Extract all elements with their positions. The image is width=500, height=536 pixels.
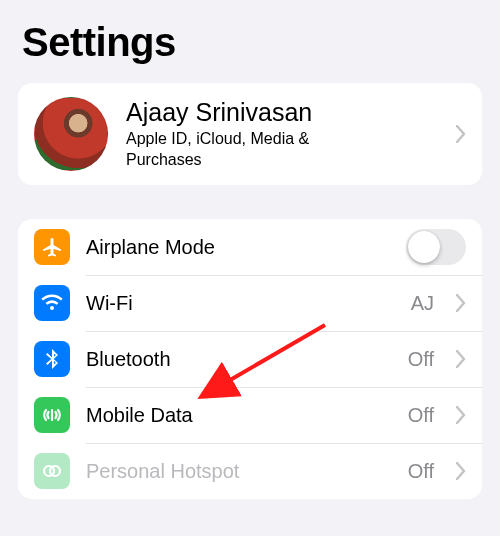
mobile-data-value: Off [408, 404, 434, 427]
bluetooth-icon [34, 341, 70, 377]
mobile-data-label: Mobile Data [86, 404, 392, 427]
chevron-right-icon [456, 406, 466, 424]
mobile-data-row[interactable]: Mobile Data Off [18, 387, 482, 443]
wifi-icon [34, 285, 70, 321]
profile-name: Ajaay Srinivasan [126, 97, 438, 127]
bluetooth-value: Off [408, 348, 434, 371]
airplane-mode-label: Airplane Mode [86, 236, 390, 259]
profile-subtitle: Apple ID, iCloud, Media & Purchases [126, 129, 356, 171]
chevron-right-icon [456, 350, 466, 368]
airplane-icon [34, 229, 70, 265]
wifi-label: Wi-Fi [86, 292, 395, 315]
toggle-knob [408, 231, 440, 263]
mobile-data-icon [34, 397, 70, 433]
avatar [34, 97, 108, 171]
bluetooth-row[interactable]: Bluetooth Off [18, 331, 482, 387]
wifi-value: AJ [411, 292, 434, 315]
settings-group-1: Airplane Mode Wi-Fi AJ Bluetooth Off Mob… [18, 219, 482, 499]
airplane-mode-toggle[interactable] [406, 229, 466, 265]
personal-hotspot-icon [34, 453, 70, 489]
chevron-right-icon [456, 462, 466, 480]
wifi-row[interactable]: Wi-Fi AJ [18, 275, 482, 331]
chevron-right-icon [456, 294, 466, 312]
personal-hotspot-label: Personal Hotspot [86, 460, 392, 483]
personal-hotspot-value: Off [408, 460, 434, 483]
bluetooth-label: Bluetooth [86, 348, 392, 371]
airplane-mode-row[interactable]: Airplane Mode [18, 219, 482, 275]
profile-card: Ajaay Srinivasan Apple ID, iCloud, Media… [18, 83, 482, 185]
page-title: Settings [0, 0, 500, 75]
personal-hotspot-row[interactable]: Personal Hotspot Off [18, 443, 482, 499]
apple-id-row[interactable]: Ajaay Srinivasan Apple ID, iCloud, Media… [18, 83, 482, 185]
chevron-right-icon [456, 125, 466, 143]
profile-text: Ajaay Srinivasan Apple ID, iCloud, Media… [126, 97, 438, 171]
